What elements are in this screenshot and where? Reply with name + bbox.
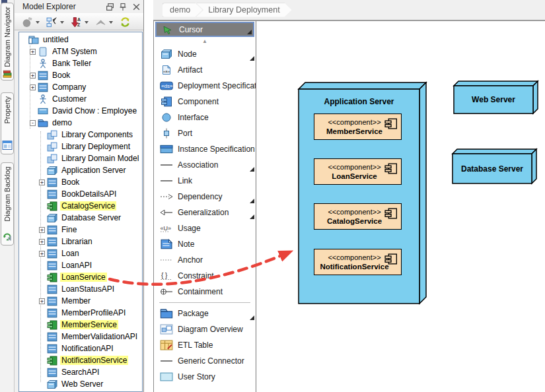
create-element-dropdown[interactable] bbox=[36, 21, 40, 26]
palette-item-label: Link bbox=[178, 176, 192, 185]
expand-toggle-icon[interactable]: + bbox=[39, 180, 45, 185]
expand-toggle-icon[interactable]: + bbox=[39, 239, 45, 245]
breadcrumb-item-library-deployment[interactable]: Library Deployment bbox=[196, 3, 291, 17]
overview-icon bbox=[160, 324, 173, 335]
tree-item-notificationservice[interactable]: NotificationService bbox=[19, 354, 142, 366]
palette-item-label: Generic Connector bbox=[178, 356, 244, 366]
tree-item-loanstatusapi[interactable]: LoanStatusAPI bbox=[19, 283, 142, 295]
float-panel-button[interactable] bbox=[106, 3, 114, 11]
tree-item-loanapi[interactable]: LoanAPI bbox=[19, 259, 142, 271]
tree-item-untitled[interactable]: untitled bbox=[19, 34, 142, 46]
etl-icon bbox=[160, 340, 173, 350]
expand-toggle-icon[interactable]: + bbox=[30, 49, 36, 55]
sidebar-tab-property[interactable]: Property bbox=[1, 92, 14, 154]
tree-item-catalogservice[interactable]: CatalogService bbox=[19, 200, 142, 212]
tree-item-atm-system[interactable]: +ATM System bbox=[19, 46, 142, 57]
tree-item-library-components[interactable]: Library Components bbox=[19, 129, 142, 141]
palette-item-containment[interactable]: Containment bbox=[154, 284, 256, 300]
tree-item-database-server[interactable]: Database Server bbox=[19, 212, 142, 224]
palette-item-etl-table[interactable]: ETL Table bbox=[154, 337, 256, 353]
palette-item-generalization[interactable]: Generalization bbox=[154, 205, 256, 220]
expand-toggle-icon[interactable]: + bbox=[30, 84, 36, 90]
tree-item-membervalidationapi[interactable]: MemberValidationAPI bbox=[19, 331, 142, 343]
component-notificationservice[interactable]: <<component>>NotificationService bbox=[314, 249, 402, 275]
sort-dropdown[interactable] bbox=[85, 21, 89, 26]
palette-item-interface[interactable]: Interface bbox=[154, 110, 256, 125]
palette-item-diagram-overview[interactable]: Diagram Overview bbox=[154, 321, 256, 337]
class-icon bbox=[47, 237, 57, 247]
node-web-server[interactable]: Web Server bbox=[454, 81, 538, 114]
tree-item-memberservice[interactable]: MemberService bbox=[19, 319, 142, 331]
tree-item-demo[interactable]: -demo bbox=[19, 117, 142, 129]
show-in-tree-dropdown[interactable] bbox=[60, 21, 64, 26]
palette-item-link[interactable]: Link bbox=[154, 173, 256, 189]
tree-item-customer[interactable]: Customer bbox=[19, 93, 142, 105]
collapse-dropdown[interactable] bbox=[109, 21, 113, 26]
palette-item-port[interactable]: Port bbox=[154, 125, 256, 141]
sidebar-tab-diagram-navigator[interactable]: Diagram Navigator bbox=[1, 3, 14, 81]
node-icon bbox=[47, 379, 57, 389]
component-icon bbox=[384, 253, 398, 265]
component-catalogservice[interactable]: <<component>>CatalogService bbox=[314, 203, 402, 230]
expand-toggle-icon[interactable]: + bbox=[39, 251, 45, 257]
palette-item-association[interactable]: Association bbox=[154, 157, 256, 173]
palette-item-package[interactable]: Package bbox=[154, 306, 256, 321]
sort-button[interactable]: AZ bbox=[69, 15, 83, 29]
tree-item-library-deployment[interactable]: Library Deployment bbox=[19, 141, 142, 152]
expand-toggle-icon[interactable]: + bbox=[39, 227, 45, 233]
component-loanservice[interactable]: <<component>>LoanService bbox=[314, 158, 402, 185]
close-panel-button[interactable] bbox=[132, 3, 141, 11]
tree-item-librarian[interactable]: +Librarian bbox=[19, 236, 142, 247]
palette-item-label: Dependency bbox=[178, 192, 222, 201]
breadcrumb-item-demo[interactable]: demo bbox=[163, 3, 202, 17]
palette-item-generic-connector[interactable]: Generic Connector bbox=[154, 353, 256, 369]
tree-item-member[interactable]: +Member bbox=[19, 295, 142, 307]
expand-toggle-icon[interactable]: + bbox=[39, 298, 45, 304]
tree-item-book[interactable]: +Book bbox=[19, 69, 142, 81]
palette-item-artifact[interactable]: «a»Artifact bbox=[154, 62, 256, 78]
tree-item-david-chow-employee[interactable]: David Chow : Employee bbox=[19, 105, 142, 117]
tree-item-loan[interactable]: +Loan bbox=[19, 247, 142, 259]
component-memberservice[interactable]: <<component>>MemberService bbox=[314, 114, 402, 140]
component-green-icon bbox=[47, 201, 57, 211]
palette-item-deployment-specification[interactable]: «ds»Deployment Specification bbox=[154, 78, 256, 94]
palette-item-cursor[interactable]: Cursor bbox=[155, 22, 254, 37]
expand-toggle-icon[interactable]: + bbox=[30, 73, 36, 79]
tree-item-company[interactable]: +Company bbox=[19, 81, 142, 93]
pin-panel-button[interactable] bbox=[119, 3, 127, 11]
palette-item-usage[interactable]: «U»Usage bbox=[154, 220, 256, 236]
tree-item-memberprofileapi[interactable]: MemberProfileAPI bbox=[19, 307, 142, 319]
tree-item-notificationapi[interactable]: NotificationAPI bbox=[19, 343, 142, 354]
show-in-tree-button[interactable] bbox=[44, 15, 59, 29]
class-icon bbox=[47, 332, 57, 342]
palette-item-node[interactable]: Node bbox=[154, 46, 256, 62]
diagram-canvas[interactable]: Application Server Web Server Database S… bbox=[256, 21, 545, 392]
tree-item-web-server[interactable]: Web Server bbox=[19, 378, 142, 390]
palette-item-component[interactable]: Component bbox=[154, 94, 256, 110]
palette-item-user-story[interactable]: User Story bbox=[154, 369, 256, 385]
create-element-button[interactable] bbox=[20, 15, 34, 29]
tree-item-loanservice[interactable]: LoanService bbox=[19, 271, 142, 283]
sidebar-tab-label: Diagram Navigator bbox=[3, 7, 11, 67]
collapse-toggle-icon[interactable]: - bbox=[30, 120, 36, 126]
sidebar-tab-diagram-backlog[interactable]: Diagram Backlog bbox=[1, 162, 14, 245]
tree-item-fine[interactable]: +Fine bbox=[19, 224, 142, 236]
refresh-button[interactable] bbox=[118, 15, 132, 29]
palette-item-anchor[interactable]: Anchor bbox=[154, 252, 256, 268]
node-database-server[interactable]: Database Server bbox=[453, 149, 536, 183]
palette-item-constraint[interactable]: { }Constraint bbox=[154, 268, 256, 284]
palette-item-instance-specification[interactable]: Instance Specification bbox=[154, 141, 256, 157]
palette-item-note[interactable]: Note bbox=[154, 236, 256, 252]
palette-scroll-up[interactable]: ▲ bbox=[154, 37, 256, 46]
palette-item-dependency[interactable]: Dependency bbox=[154, 189, 256, 205]
tree-item-book[interactable]: +Book bbox=[19, 176, 142, 188]
tree-item-searchapi[interactable]: SearchAPI bbox=[19, 366, 142, 378]
interface-icon bbox=[160, 112, 173, 123]
bomb-icon bbox=[22, 16, 33, 28]
tree-item-library-domain-model[interactable]: Library Domain Model bbox=[19, 152, 142, 164]
tree-item-bank-teller[interactable]: Bank Teller bbox=[19, 57, 142, 69]
tree-item-bookdetailsapi[interactable]: BookDetailsAPI bbox=[19, 188, 142, 200]
tree-item-application-server[interactable]: Application Server bbox=[19, 164, 142, 176]
collapse-button[interactable] bbox=[93, 15, 108, 29]
tree-item-label: David Chow : Employee bbox=[51, 106, 138, 115]
